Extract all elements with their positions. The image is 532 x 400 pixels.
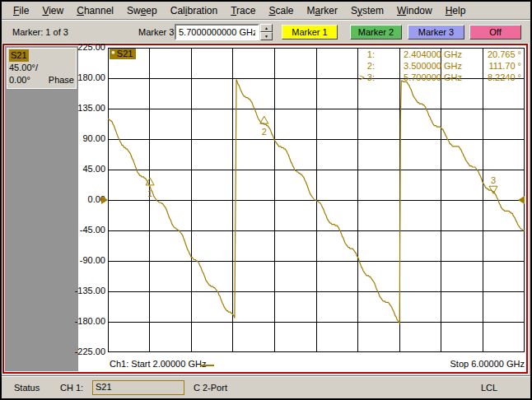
y-axis-tick-label: -45.00 [80,225,105,235]
active-marker-label: Marker 3 [138,27,174,37]
trace-status-sidebar [5,46,78,371]
trace-legend-dash-icon [200,365,214,366]
y-axis-tick-label: -180.00 [75,316,105,326]
marker-1-value: 20.765 ° [462,49,521,60]
y-axis-tick-label: 180.00 [77,72,105,82]
spinner-down-icon[interactable]: ▼ [260,32,273,40]
status-bar: Status CH 1: S21 C 2-Port LCL [2,376,530,398]
lcl-indicator: LCL [481,383,497,393]
cal-status-label: C 2-Port [194,383,227,393]
marker-1-button[interactable]: Marker 1 [282,25,338,40]
y-axis-tick-label: 45.00 [82,164,105,174]
menu-window[interactable]: Window [390,3,439,18]
marker-2-id: 2: [347,60,375,72]
marker-3-frequency: 5.700000 GHz [375,72,462,83]
y-axis-tick-label: -225.00 [75,347,105,356]
reference-level-arrow-left-icon [101,196,108,204]
menu-trace[interactable]: Trace [224,3,262,18]
menu-sweep[interactable]: Sweep [120,3,164,18]
trace-badge[interactable]: ●S21 [110,49,136,59]
sweep-start-label: Ch1: Start 2.00000 GHz [110,359,206,369]
trace-reference-label: 0.00° [9,74,30,86]
marker-readout-table: 1: 2.404000 GHz 20.765 ° 2: 3.500000 GHz… [347,49,521,83]
menu-scale[interactable]: Scale [262,3,300,18]
trace-scale-label: 45.00°/ [9,62,74,74]
marker-count-label: Marker: 1 of 3 [12,27,68,37]
marker-off-button[interactable]: Off [469,25,521,40]
marker-readout-row: 2: 3.500000 GHz 111.70 ° [347,60,521,72]
y-axis-tick-label: 90.00 [82,133,105,143]
marker-readout-row: > 3: 5.700000 GHz 8.2240 ° [347,72,521,83]
vna-application-window: FileViewChannelSweepCalibrationTraceScal… [0,0,532,400]
y-axis-tick-label: -90.00 [80,255,105,265]
marker-3-value: 8.2240 ° [462,72,521,83]
marker-number-label: 2 [262,127,267,137]
y-axis-tick-label: 135.00 [77,103,105,113]
y-axis-labels: 225.00180.00135.0090.0045.000.00-45.00-9… [72,0,105,400]
sweep-stop-label: Stop 6.00000 GHz [450,359,525,369]
trace-active-dot-icon: ● [111,49,115,56]
marker-2-frequency: 3.500000 GHz [375,60,462,72]
marker-number-label: 1 [147,188,152,198]
marker-stimulus-input[interactable] [175,24,259,40]
stimulus-spinner: ▲ ▼ [260,24,273,40]
trace-name-chip[interactable]: S21 [9,49,29,62]
menu-help[interactable]: Help [439,3,473,18]
menu-calibration[interactable]: Calibration [164,3,224,18]
y-axis-tick-label: -135.00 [75,286,105,295]
marker-number-label: 3 [491,175,496,185]
marker-1-frequency: 2.404000 GHz [375,49,462,60]
reference-level-arrow-right-icon [518,196,525,204]
trace-info-box[interactable]: S21 45.00°/ 0.00° Phase [7,48,77,89]
y-axis-tick-label: 225.00 [77,42,105,52]
menu-system[interactable]: System [344,3,390,18]
marker-2-button[interactable]: Marker 2 [350,25,402,40]
menu-file[interactable]: File [7,3,35,18]
marker-1-id: 1: [347,49,375,60]
measurement-selector[interactable]: S21 [92,380,184,395]
channel-label: CH 1: [60,383,83,393]
menu-view[interactable]: View [35,3,70,18]
status-label: Status [14,383,40,393]
marker-readout-row: 1: 2.404000 GHz 20.765 ° [347,49,521,60]
phase-plot: 123 [108,48,525,352]
spinner-up-icon[interactable]: ▲ [260,24,273,32]
marker-2-value: 111.70 ° [462,60,521,72]
marker-3-id: > 3: [347,72,375,83]
trace-format-label: Phase [49,74,74,86]
marker-3-button[interactable]: Marker 3 [408,25,464,40]
menu-marker[interactable]: Marker [301,3,344,18]
